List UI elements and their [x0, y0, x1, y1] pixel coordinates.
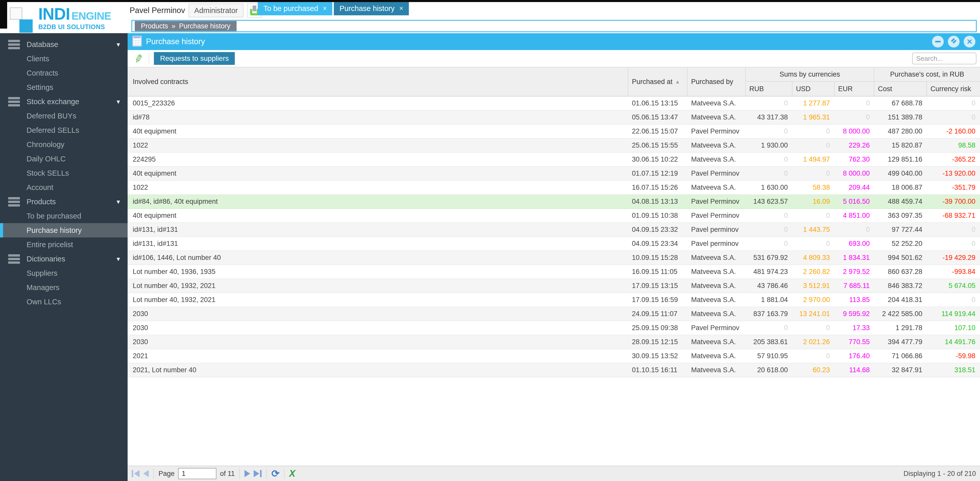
table-row[interactable]: 40t equipment01.07.15 12:19Pavel Permino…	[127, 167, 980, 181]
sidebar-item-label: Account	[27, 183, 53, 192]
content-panel: Purchase history ✕ ✎ Requests to supplie…	[127, 33, 980, 481]
column-header-eur[interactable]: EUR	[835, 82, 874, 96]
sidebar-item-suppliers[interactable]: Suppliers	[0, 266, 127, 280]
first-page-button[interactable]	[132, 470, 140, 477]
column-header-rub[interactable]: RUB	[746, 82, 792, 96]
sidebar-item-managers[interactable]: Managers	[0, 280, 127, 295]
sidebar-item-purchase-history[interactable]: Purchase history	[0, 223, 127, 237]
sidebar-item-daily-ohlc[interactable]: Daily OHLC	[0, 152, 127, 166]
table-row[interactable]: 22429530.06.15 10:22Matveeva S.A.01 494.…	[127, 153, 980, 167]
table-row[interactable]: 202130.09.15 13:52Matveeva S.A.57 910.95…	[127, 349, 980, 363]
cell-usd: 1 443.75	[792, 226, 835, 234]
cell-cost: 129 851.16	[874, 156, 927, 163]
cell-usd: 3 512.91	[792, 282, 835, 290]
pagination-divider	[284, 468, 285, 479]
sidebar-item-stock-sells[interactable]: Stock SELLs	[0, 166, 127, 180]
cell-purchased-at: 01.10.15 16:11	[628, 366, 687, 374]
cell-purchased-by: Pavel Perminov	[687, 212, 746, 220]
role-button[interactable]: Administrator	[189, 3, 243, 18]
table-row[interactable]: 203028.09.15 12:15Matveeva S.A.205 383.6…	[127, 335, 980, 349]
cell-purchased-at: 24.09.15 11:07	[628, 310, 687, 318]
column-header-purchased-at[interactable]: Purchased at ▲	[628, 67, 687, 96]
sidebar-item-products[interactable]: Products▾	[0, 194, 127, 209]
close-button[interactable]: ✕	[964, 36, 975, 48]
table-row[interactable]: id#131, id#13104.09.15 23:34Pavel permin…	[127, 237, 980, 251]
cell-eur: 4 851.00	[835, 212, 874, 220]
cell-cost: 32 847.91	[874, 366, 927, 374]
edit-pencil-icon[interactable]: ✎	[131, 53, 145, 65]
cell-currency-risk: -993.84	[927, 268, 980, 276]
table-row[interactable]: 0015_22332601.06.15 13:15Matveeva S.A.01…	[127, 97, 980, 111]
table-row[interactable]: Lot number 40, 1932, 202117.09.15 16:59M…	[127, 293, 980, 307]
column-header-usd[interactable]: USD	[792, 82, 835, 96]
cell-usd: 0	[792, 324, 835, 332]
minimize-button[interactable]	[932, 36, 944, 48]
close-icon[interactable]: ×	[323, 5, 327, 13]
maximize-icon	[951, 38, 957, 46]
logo-name: INDI	[38, 5, 70, 23]
cell-rub: 531 679.92	[746, 254, 792, 262]
sidebar-item-chronology[interactable]: Chronology	[0, 137, 127, 152]
table-row[interactable]: 40t equipment22.06.15 15:07Pavel Permino…	[127, 124, 980, 139]
column-header-involved-contracts[interactable]: Involved contracts	[127, 67, 628, 96]
table-row[interactable]: 40t equipment01.09.15 10:38Pavel Permino…	[127, 209, 980, 223]
next-page-button[interactable]	[245, 470, 250, 477]
table-row[interactable]: Lot number 40, 1936, 193516.09.15 11:05M…	[127, 265, 980, 279]
prev-page-button[interactable]	[143, 470, 149, 477]
cell-involved-contracts: Lot number 40, 1932, 2021	[127, 296, 628, 304]
table-row[interactable]: 102225.06.15 15:55Matveeva S.A.1 930.000…	[127, 139, 980, 153]
cell-purchased-at: 16.09.15 11:05	[628, 268, 687, 276]
table-row[interactable]: id#84, id#86, 40t equipment04.08.15 13:1…	[127, 195, 980, 209]
sidebar-item-deferred-sells[interactable]: Deferred SELLs	[0, 123, 127, 137]
close-icon[interactable]: ×	[399, 5, 403, 13]
sidebar-item-contracts[interactable]: Contracts	[0, 66, 127, 80]
sidebar-item-database[interactable]: Database▾	[0, 37, 127, 52]
export-excel-button[interactable]: X	[289, 468, 295, 479]
table-row[interactable]: 102216.07.15 15:26Matveeva S.A.1 630.005…	[127, 181, 980, 195]
table-row[interactable]: 2021, Lot number 4001.10.15 16:11Matveev…	[127, 363, 980, 377]
sidebar-item-own-llcs[interactable]: Own LLCs	[0, 295, 127, 309]
table-row[interactable]: id#7805.06.15 13:47Matveeva S.A.43 317.3…	[127, 111, 980, 124]
cell-purchased-by: Matveeva S.A.	[687, 113, 746, 121]
table-row[interactable]: id#106, 1446, Lot number 4010.09.15 15:2…	[127, 251, 980, 265]
refresh-button[interactable]: ⟳	[271, 468, 280, 479]
cell-involved-contracts: 2030	[127, 324, 628, 332]
cell-involved-contracts: 224295	[127, 156, 628, 163]
cell-purchased-by: Matveeva S.A.	[687, 338, 746, 346]
column-header-cost[interactable]: Cost	[874, 82, 927, 96]
cell-purchased-at: 17.09.15 13:15	[628, 282, 687, 290]
cell-purchased-by: Matveeva S.A.	[687, 142, 746, 149]
breadcrumb[interactable]: Products » Purchase history	[135, 21, 237, 31]
cell-usd: 2 970.00	[792, 296, 835, 304]
sidebar-item-stock-exchange[interactable]: Stock exchange▾	[0, 94, 127, 109]
last-page-button[interactable]	[254, 470, 262, 477]
sidebar-item-clients[interactable]: Clients	[0, 52, 127, 66]
sidebar-item-settings[interactable]: Settings	[0, 80, 127, 94]
column-header-purchased-by[interactable]: Purchased by	[687, 67, 746, 96]
cell-rub: 0	[746, 212, 792, 220]
tab-purchase-history[interactable]: Purchase history×	[334, 2, 409, 15]
cell-currency-risk: 5 674.05	[927, 282, 980, 290]
sidebar-item-entire-pricelist[interactable]: Entire pricelist	[0, 237, 127, 252]
tab-to-be-purchased[interactable]: To be purchased×	[258, 2, 332, 15]
search-input[interactable]	[912, 53, 977, 64]
table-row[interactable]: id#131, id#13104.09.15 23:32Pavel permin…	[127, 223, 980, 237]
requests-to-suppliers-button[interactable]: Requests to suppliers	[154, 52, 235, 65]
panel-title: Purchase history	[146, 37, 205, 46]
sidebar-item-account[interactable]: Account	[0, 180, 127, 194]
sidebar-item-to-be-purchased[interactable]: To be purchased	[0, 209, 127, 223]
maximize-button[interactable]	[948, 36, 959, 48]
cell-cost: 67 688.78	[874, 99, 927, 107]
sort-asc-icon: ▲	[675, 79, 680, 85]
sidebar-item-deferred-buys[interactable]: Deferred BUYs	[0, 109, 127, 123]
cell-eur: 17.33	[835, 324, 874, 332]
page-number-input[interactable]	[178, 468, 216, 479]
cell-eur: 770.55	[835, 338, 874, 346]
sidebar-item-dictionaries[interactable]: Dictionaries▾	[0, 252, 127, 266]
first-page-icon	[132, 470, 133, 477]
table-row[interactable]: 203024.09.15 11:07Matveeva S.A.837 163.7…	[127, 307, 980, 321]
table-row[interactable]: Lot number 40, 1932, 202117.09.15 13:15M…	[127, 279, 980, 293]
cell-purchased-at: 04.09.15 23:32	[628, 226, 687, 234]
column-header-currency-risk[interactable]: Currency risk	[927, 82, 980, 96]
table-row[interactable]: 203025.09.15 09:38Pavel Perminov0017.331…	[127, 321, 980, 335]
